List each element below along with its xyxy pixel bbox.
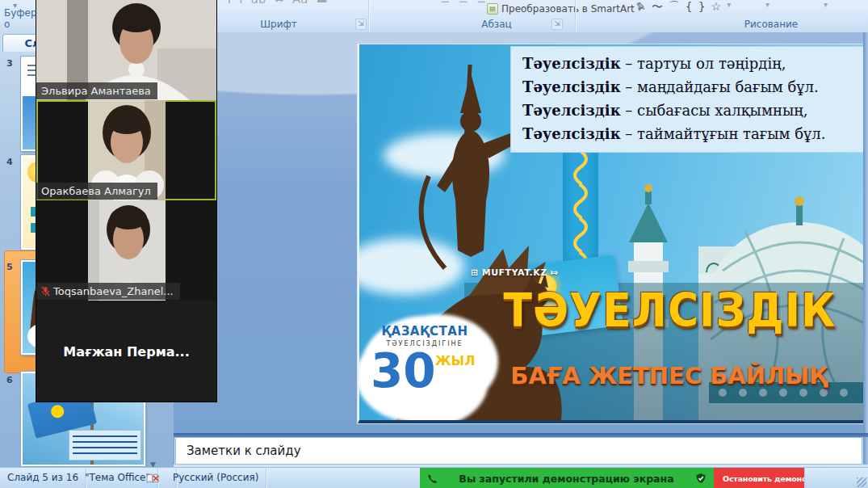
language-indicator[interactable]: Русский (Россия) — [166, 468, 266, 488]
smartart-icon: ▤ — [487, 3, 498, 15]
screen-share-banner: Вы запустили демонстрацию экрана — [420, 468, 714, 488]
poem-line: Тәуелсіздік – сыбағасы халқымның, — [522, 99, 863, 122]
stop-share-button[interactable]: Остановить демонстрацию — [714, 468, 804, 488]
watermark-logo-icon: ⊞ — [471, 267, 479, 278]
slide-counter: Слайд 5 из 16 — [0, 468, 86, 488]
participant-name-tag: Эльвира Амантаева — [36, 82, 157, 99]
paragraph-dialog-launcher[interactable]: ⇲ — [551, 19, 563, 30]
mic-muted-icon — [41, 286, 50, 297]
thumb6-text-row — [73, 435, 137, 437]
watermark-arrow-icon: ⤇ — [551, 267, 559, 278]
spacing-icon: ⇔ — [274, 0, 284, 6]
thumb6-sun — [49, 404, 65, 419]
thumb-number-6: 6 — [6, 375, 18, 385]
zoom-video-panel: Эльвира Амантаева Оракбаева Алмагул — [36, 0, 216, 402]
right-brace-shape-icon: } — [698, 0, 706, 15]
group-separator — [575, 0, 576, 32]
scribble-shape-icon: 〜 — [652, 0, 663, 15]
spellcheck-icon — [146, 473, 160, 484]
participant-video-2[interactable]: Оракбаева Алмагул — [36, 100, 216, 200]
independence-30-badge: ҚАЗАҚСТАН ТӘУЕЛСІЗДІГІНЕ 30 ЖЫЛ — [361, 316, 489, 420]
font-group-label: Шрифт — [254, 19, 303, 30]
align-center-icon: ≡ — [459, 0, 469, 6]
participant-name-tag: Оракбаева Алмагул — [36, 183, 157, 200]
convert-to-smartart-button[interactable]: ▤ Преобразовать в SmartArt ▾ — [484, 2, 644, 16]
thumb-number-5: 5 — [6, 262, 18, 272]
statusbar-right-filler — [804, 468, 868, 488]
drawing-group-label: Рисование — [739, 19, 803, 30]
poem-line: Тәуелсіздік – маңдайдағы бағым бұл. — [522, 75, 863, 99]
shadow-icon: Ⅰ — [239, 0, 242, 6]
underline-icon: Ч — [223, 0, 231, 6]
participant-video-3[interactable]: Toqsanbaeva_Zhanel... — [36, 200, 216, 301]
badge-years: ЖЫЛ — [435, 353, 475, 368]
shapes-gallery[interactable]: ✎ 〜 ⌒ { } ☆ ▾ — [636, 0, 731, 15]
badge-country: ҚАЗАҚСТАН — [361, 324, 489, 339]
font-dialog-launcher[interactable]: ⇲ — [355, 19, 367, 30]
poem-line: Тәуелсіздік – таймайтұғын тағым бұл. — [522, 122, 863, 145]
window-right-border — [863, 32, 868, 467]
star-shape-icon: ☆ — [711, 0, 722, 15]
participant-video-1[interactable]: Эльвира Амантаева — [36, 0, 216, 100]
badge-number: 30 — [371, 343, 436, 398]
phone-icon — [427, 473, 438, 484]
participant-name-tag: Мағжан Перма... — [36, 343, 216, 359]
strikethrough-icon: ab — [251, 0, 266, 6]
thumb6-text-row — [73, 447, 137, 448]
thumb6-text-row — [73, 452, 137, 454]
align-left-icon: ≡ — [440, 0, 451, 6]
participant-name-tag: Toqsanbaeva_Zhanel... — [36, 283, 180, 300]
slide-canvas[interactable]: Тәуелсіздік – тартуы ол тәңірдің, Тәуелс… — [174, 32, 868, 433]
status-bar: Слайд 5 из 16 "Тема Office" Русский (Рос… — [0, 467, 868, 488]
group-separator — [368, 0, 369, 32]
resize-grip[interactable] — [857, 477, 866, 487]
slide-subtitle: БАҒА ЖЕТПЕС БАЙЛЫҚ — [489, 362, 849, 389]
slide-title: ТӘУЕЛСІЗДІК — [479, 285, 861, 338]
quickstyles-chevron-icon[interactable]: ▾ — [824, 0, 828, 9]
poem-line: Тәуелсіздік – тартуы ол тәңірдің, — [522, 52, 863, 75]
case-icon: Aa — [292, 0, 308, 6]
slide-picture[interactable]: Тәуелсіздік – тартуы ол тәңірдің, Тәуелс… — [358, 44, 866, 423]
thumb6-text-row — [73, 441, 137, 443]
notes-area[interactable]: Заметки к слайду — [175, 437, 862, 465]
left-brace-shape-icon: { — [686, 0, 693, 15]
arrange-chevron-icon[interactable]: ▾ — [765, 0, 769, 9]
thumb6-text-box — [69, 430, 141, 461]
highlight-icon: ▬ — [316, 0, 327, 6]
font-tools-cropped[interactable]: ЧⅠab⇔Aa▬ — [223, 0, 328, 6]
paragraph-tools-cropped[interactable]: ≡≡≡ — [440, 0, 487, 6]
muftyat-watermark: ⊞ MUFTYAT.KZ ⤇ — [471, 267, 558, 278]
thumb-number-4: 4 — [6, 157, 18, 167]
arc-shape-icon: ⌒ — [669, 0, 680, 15]
poem-text-box: Тәуелсіздік – тартуы ол тәңірдің, Тәуелс… — [510, 46, 864, 153]
shapes-more-icon: ▾ — [727, 0, 731, 15]
thumb-number-3: 3 — [6, 58, 18, 69]
shield-check-icon — [695, 473, 707, 484]
paragraph-group-label: Абзац — [472, 19, 521, 30]
freeform-shape-icon: ✎ — [636, 0, 646, 15]
participant-video-4[interactable]: Мағжан Перма... — [36, 301, 216, 402]
share-message: Вы запустили демонстрацию экрана — [438, 473, 695, 485]
